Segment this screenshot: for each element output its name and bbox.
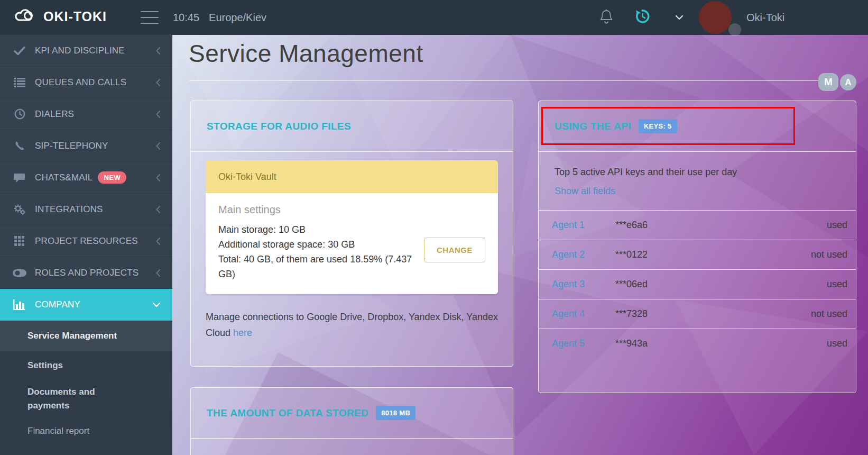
- account-menu-toggle[interactable]: [667, 5, 691, 30]
- sidebar-item-company[interactable]: COMPANY: [0, 289, 172, 321]
- vault-panel: Oki-Toki Vault Main settings Main storag…: [206, 160, 498, 294]
- submenu-item-documents-and-payments[interactable]: Documents and payments: [0, 380, 172, 418]
- api-key-value: ***0122: [615, 249, 732, 260]
- sidebar-item-roles-and-projects[interactable]: ROLES AND PROJECTS: [0, 257, 172, 289]
- bar-chart-icon: [13, 299, 26, 311]
- notifications-button[interactable]: [594, 5, 618, 30]
- data-stored-card: THE AMOUNT OF DATA STORED 8018 MB: [190, 387, 513, 455]
- data-amount-badge: 8018 MB: [376, 406, 415, 420]
- table-row: Agent 4 ***7328 not used: [539, 299, 856, 329]
- storage-card-header: STORAGE FOR AUDIO FILES: [191, 101, 513, 152]
- change-button[interactable]: CHANGE: [424, 238, 485, 262]
- sidebar: KPI AND DISCIPLINE QUEUES AND CALLS DIAL…: [0, 35, 172, 455]
- submenu-item-label: Service Management: [27, 331, 117, 341]
- main-settings-label: Main settings: [218, 204, 485, 216]
- keys-count-badge: KEYS: 5: [639, 119, 677, 133]
- api-card-title: USING THE API: [555, 121, 631, 132]
- table-row: Agent 1 ***e6a6 used: [539, 210, 856, 240]
- check-icon: [13, 45, 26, 57]
- submenu-item-settings[interactable]: Settings: [0, 351, 172, 380]
- time-value: 10:45: [173, 12, 199, 24]
- api-key-status: used: [827, 338, 847, 349]
- sidebar-item-label: COMPANY: [35, 299, 80, 310]
- avatar-status-dot: [728, 23, 741, 36]
- chevron-left-icon: [155, 205, 161, 214]
- chevron-left-icon: [155, 78, 161, 87]
- workspace-badge-m[interactable]: M: [818, 73, 838, 91]
- submenu-item-label: Financial report: [27, 426, 89, 436]
- api-key-value: ***e6a6: [615, 220, 732, 231]
- data-stored-card-title: THE AMOUNT OF DATA STORED: [207, 407, 368, 419]
- app-logo[interactable]: OKI-TOKI: [14, 7, 107, 25]
- storage-card: STORAGE FOR AUDIO FILES Oki-Toki Vault M…: [190, 101, 513, 367]
- phone-icon: [13, 140, 26, 152]
- vault-panel-header: Oki-Toki Vault: [206, 160, 498, 193]
- sidebar-item-label: CHATS&MAIL: [35, 172, 93, 183]
- sidebar-item-dialers[interactable]: DIALERS: [0, 98, 172, 130]
- avatar[interactable]: [699, 1, 732, 34]
- sidebar-item-label: DIALERS: [35, 109, 74, 120]
- sidebar-item-project-resources[interactable]: PROJECT RESOURCES: [0, 225, 172, 257]
- show-all-fields-link[interactable]: Show all fields: [555, 186, 615, 196]
- api-description: Top 5 active API keys and their use per …: [539, 152, 856, 178]
- chat-bubble-icon: [13, 172, 26, 184]
- agent-link[interactable]: Agent 3: [552, 279, 615, 290]
- grid-icon: [13, 235, 26, 247]
- api-key-status: used: [827, 220, 847, 231]
- submenu-item-service-management[interactable]: Service Management: [0, 321, 172, 351]
- table-row: Agent 3 ***06ed used: [539, 269, 856, 299]
- api-keys-table: Agent 1 ***e6a6 used Agent 2 ***0122 not…: [539, 210, 856, 358]
- here-link[interactable]: here: [233, 327, 252, 338]
- chevron-left-icon: [155, 237, 161, 245]
- topbar: OKI-TOKI 10:45 Europe/Kiev Oki-Toki: [0, 0, 868, 35]
- submenu-item-label: Settings: [27, 360, 63, 371]
- api-key-status: not used: [811, 308, 847, 320]
- total-storage-value: Total: 40 GB, of them are used 18.59% (7…: [218, 252, 414, 281]
- sidebar-item-label: SIP-TELEPHONY: [35, 141, 108, 151]
- submenu-item-financial-report[interactable]: Financial report: [0, 418, 172, 444]
- sidebar-item-label: INTEGRATIONS: [35, 204, 103, 215]
- sidebar-item-kpi-and-discipline[interactable]: KPI AND DISCIPLINE: [0, 35, 172, 67]
- api-key-status: used: [827, 279, 847, 290]
- workspace-badge-a[interactable]: A: [840, 74, 856, 90]
- gears-icon: [13, 204, 26, 215]
- chevron-left-icon: [155, 110, 161, 119]
- api-key-value: ***06ed: [615, 279, 732, 290]
- logo-text: OKI-TOKI: [43, 9, 107, 24]
- api-card: USING THE API KEYS: 5 Top 5 active API k…: [538, 101, 856, 393]
- clock: 10:45 Europe/Kiev: [173, 0, 266, 35]
- sidebar-item-label: QUEUES AND CALLS: [35, 77, 126, 88]
- agent-link[interactable]: Agent 2: [552, 249, 615, 260]
- data-stored-card-header: THE AMOUNT OF DATA STORED 8018 MB: [191, 388, 513, 439]
- submenu-item-label: Documents and payments: [27, 385, 138, 413]
- sidebar-item-label: KPI AND DISCIPLINE: [35, 46, 125, 56]
- history-button[interactable]: [630, 5, 654, 30]
- company-submenu: Service Management Settings Documents an…: [0, 321, 172, 455]
- vault-title: Oki-Toki Vault: [218, 171, 276, 183]
- api-key-value: ***943a: [615, 338, 732, 349]
- sidebar-item-integrations[interactable]: INTEGRATIONS: [0, 194, 172, 225]
- history-refresh-icon: [634, 8, 650, 26]
- manage-connections-text: Manage connections to Google Drive, Drop…: [206, 309, 500, 341]
- toggle-icon: [13, 267, 26, 279]
- chevron-left-icon: [155, 174, 161, 182]
- cloud-logo-icon: [14, 7, 37, 25]
- vault-panel-body: Main settings Main storage: 10 GB Additi…: [206, 193, 498, 294]
- list-icon: [13, 77, 26, 88]
- new-badge: NEW: [98, 171, 126, 184]
- agent-link[interactable]: Agent 5: [552, 338, 615, 349]
- main-content: Service Management M A STORAGE FOR AUDIO…: [172, 35, 868, 455]
- hamburger-menu-icon[interactable]: [141, 11, 159, 24]
- sidebar-item-chats-mail[interactable]: CHATS&MAIL NEW: [0, 162, 172, 194]
- timezone-label: Europe/Kiev: [209, 12, 266, 24]
- agent-link[interactable]: Agent 4: [552, 308, 615, 320]
- sidebar-item-label: PROJECT RESOURCES: [35, 236, 138, 247]
- agent-link[interactable]: Agent 1: [552, 220, 615, 231]
- page-title: Service Management: [189, 39, 423, 68]
- chevron-left-icon: [155, 142, 161, 150]
- sidebar-item-sip-telephony[interactable]: SIP-TELEPHONY: [0, 130, 172, 162]
- sidebar-item-queues-and-calls[interactable]: QUEUES AND CALLS: [0, 67, 172, 98]
- table-row: Agent 2 ***0122 not used: [539, 240, 856, 269]
- chevron-left-icon: [155, 47, 161, 55]
- main-storage-value: Main storage: 10 GB: [218, 222, 414, 237]
